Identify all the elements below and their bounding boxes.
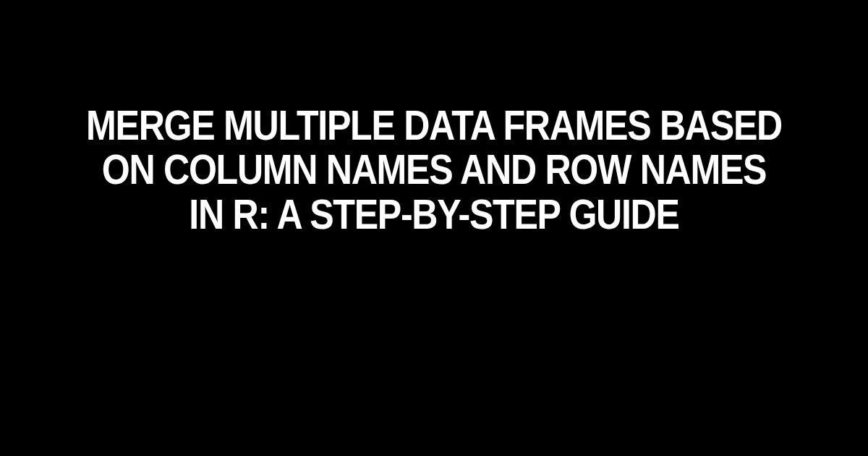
page-title: Merge Multiple Data Frames Based on Colu… (52, 104, 816, 237)
